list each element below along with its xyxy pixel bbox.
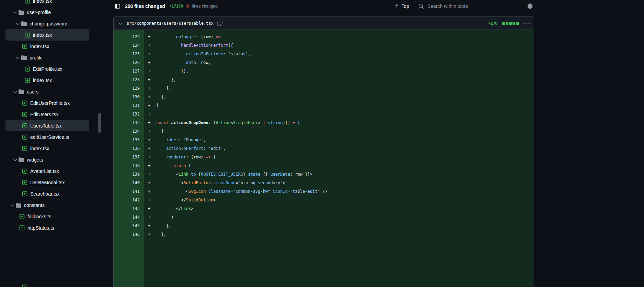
- diff-addition-marker: +: [144, 93, 156, 101]
- line-number[interactable]: 130: [114, 93, 144, 101]
- file-options-button[interactable]: [524, 20, 530, 27]
- tree-item-label: EditUserProfile.tsx: [30, 100, 70, 106]
- file-added-icon: [22, 134, 27, 140]
- tree-file-index.tsx[interactable]: index.tsx: [5, 29, 89, 41]
- collapse-diff-button[interactable]: [117, 20, 124, 27]
- line-number[interactable]: 128: [114, 76, 144, 84]
- code-search-input[interactable]: [427, 3, 519, 9]
- tree-file-edituserprofile.tsx[interactable]: EditUserProfile.tsx: [5, 97, 89, 109]
- tree-file-editprofile.tsx[interactable]: EditProfile.tsx: [5, 63, 89, 75]
- tree-item-label: index.tsx: [30, 44, 49, 49]
- line-number[interactable]: 144: [114, 213, 144, 222]
- line-number[interactable]: 140: [114, 179, 144, 187]
- chevron-down-icon[interactable]: [15, 55, 21, 60]
- tree-file-editusers.tsx[interactable]: EditUsers.tsx: [5, 109, 89, 120]
- file-path[interactable]: src/components/users/UsersTable.tsx: [127, 21, 214, 26]
- file-added-icon: [22, 168, 27, 174]
- line-number[interactable]: 124: [114, 41, 144, 50]
- tree-folder-profile[interactable]: profile: [5, 52, 89, 63]
- tree-file-index.tsx[interactable]: index.tsx: [5, 75, 89, 86]
- chevron-down-icon[interactable]: [15, 21, 21, 26]
- tree-item-label: index.tsx: [33, 78, 52, 83]
- diff-content: 123+ onToggle: (row) =>124+ handleAction…: [114, 30, 534, 287]
- line-number[interactable]: 135: [114, 136, 144, 144]
- diff-line-138: 138+ return (: [114, 162, 534, 170]
- tree-file-userstable.tsx[interactable]: UsersTable.tsx: [5, 120, 89, 131]
- diff-line-135: 135+ label: 'Manage',: [114, 136, 534, 144]
- chevron-down-icon[interactable]: [10, 202, 15, 208]
- tree-item-label: fallbacks.ts: [27, 214, 51, 219]
- code-text: onToggle: (row) =>: [156, 33, 221, 41]
- file-additions: +270: [488, 21, 497, 26]
- folder-icon: [16, 202, 21, 208]
- tree-item-label: index.tsx: [33, 0, 52, 4]
- line-number[interactable]: 142: [114, 196, 144, 205]
- tree-file-index.tsx[interactable]: index.tsx: [5, 41, 89, 52]
- tree-folder-users[interactable]: users: [5, 86, 89, 97]
- diff-line-137: 137+ renderer: (row) => {: [114, 153, 534, 162]
- code-text: },: [156, 230, 166, 239]
- line-number[interactable]: 138: [114, 162, 144, 170]
- collapse-file-tree-button[interactable]: [113, 2, 122, 10]
- panel-resize-handle[interactable]: [103, 0, 113, 287]
- gear-icon: [527, 3, 533, 9]
- line-number[interactable]: 136: [114, 144, 144, 153]
- diff-line-126: 126+ data: row,: [114, 58, 534, 67]
- diff-settings-button[interactable]: [526, 2, 534, 10]
- diffstat-block: [516, 22, 519, 25]
- line-number[interactable]: 141: [114, 187, 144, 196]
- code-text: }),: [156, 67, 188, 76]
- tree-folder-change-password[interactable]: change-password: [5, 18, 89, 29]
- kebab-horizontal-icon: [524, 21, 530, 26]
- sidebar-scrollbar-thumb[interactable]: [98, 113, 101, 133]
- file-added-icon: [22, 180, 27, 185]
- tree-file-searchbar.tsx[interactable]: Searchbar.tsx: [5, 188, 89, 199]
- code-text: ]: [156, 101, 159, 110]
- tree-file-avatarlist.tsx[interactable]: AvatarList.tsx: [5, 165, 89, 177]
- line-number[interactable]: 129: [114, 84, 144, 93]
- line-number[interactable]: 126: [114, 58, 144, 67]
- chevron-down-icon: [118, 21, 123, 26]
- line-number[interactable]: 127: [114, 67, 144, 76]
- line-number[interactable]: 143: [114, 205, 144, 213]
- diff-line-128: 128+ },: [114, 76, 534, 84]
- folder-icon: [19, 89, 24, 95]
- tree-file-deletemodal.tsx[interactable]: DeleteModal.tsx: [5, 177, 89, 188]
- line-number[interactable]: 137: [114, 153, 144, 162]
- line-number[interactable]: 145: [114, 222, 144, 230]
- tree-folder-user-profile[interactable]: user-profile: [5, 7, 89, 18]
- copy-path-button[interactable]: [216, 20, 223, 27]
- tree-file-edituserservice.ts[interactable]: editUserService.ts: [5, 131, 89, 143]
- code-text: <Link to={ROUTES.EDIT_USERS} state={{ us…: [156, 170, 312, 179]
- code-text: handleActionPerform({: [156, 41, 233, 50]
- code-text: },: [156, 76, 176, 84]
- files-changed-count: 208 files changed: [125, 3, 165, 9]
- diff-line-132: 132+: [114, 110, 534, 119]
- tree-folder-constants[interactable]: constants: [5, 199, 89, 211]
- chevron-down-icon[interactable]: [12, 10, 18, 15]
- diff-addition-marker: +: [144, 170, 156, 179]
- line-number[interactable]: 146: [114, 230, 144, 239]
- diff-addition-marker: +: [144, 213, 156, 222]
- line-number[interactable]: 123: [114, 33, 144, 41]
- tree-file-index.tsx[interactable]: index.tsx: [5, 0, 89, 7]
- code-text: ): [156, 213, 174, 222]
- chevron-down-icon[interactable]: [12, 157, 18, 163]
- copy-icon: [217, 21, 222, 26]
- tree-file-index.tsx[interactable]: index.tsx: [5, 143, 89, 154]
- line-number[interactable]: 125: [114, 50, 144, 58]
- back-to-top-link[interactable]: Top: [394, 3, 409, 9]
- chevron-down-icon[interactable]: [12, 89, 18, 95]
- tree-file-httpstatus.ts[interactable]: httpStatus.ts: [5, 222, 89, 233]
- line-number[interactable]: 134: [114, 127, 144, 136]
- line-number[interactable]: 131: [114, 101, 144, 110]
- code-text: renderer: (row) => {: [156, 153, 216, 162]
- tree-file-fallbacks.ts[interactable]: fallbacks.ts: [5, 211, 89, 222]
- line-number[interactable]: 133: [114, 119, 144, 127]
- line-number[interactable]: 139: [114, 170, 144, 179]
- line-number[interactable]: 132: [114, 110, 144, 119]
- tree-folder-widgets[interactable]: widgets: [5, 154, 89, 165]
- folder-icon: [19, 10, 24, 15]
- diff-addition-marker: +: [144, 136, 156, 144]
- code-text: const actionsDropDown: (Action<SingleUse…: [156, 119, 300, 127]
